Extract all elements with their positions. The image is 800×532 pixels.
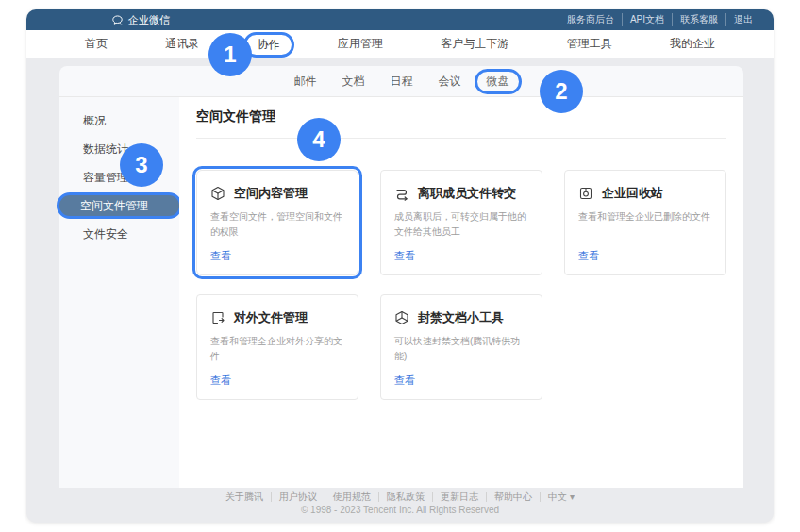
main-nav-item[interactable]: 首页 [85, 36, 108, 52]
card-header: 离职成员文件转交 [394, 185, 528, 202]
card-header: 封禁文档小工具 [394, 309, 528, 326]
sub-nav: 邮件 文档 日程 会议 [59, 66, 743, 97]
sub-nav-item-label: 邮件 [294, 75, 317, 88]
main-content: 空间文件管理 空间内容管理 查看空间文件，管理空间和文件的权限 [179, 97, 743, 488]
main-nav-item[interactable]: 我的企业 [670, 36, 715, 52]
main-nav-item[interactable]: 应用管理 [338, 36, 383, 52]
sub-nav-item[interactable]: 会议 [439, 74, 461, 90]
view-link[interactable]: 查看 [578, 249, 712, 263]
card-title: 封禁文档小工具 [418, 309, 504, 326]
sidebar-item[interactable]: 文件安全 [59, 220, 179, 248]
sub-nav-item-label: 会议 [439, 75, 461, 88]
main-nav-item-label: 首页 [85, 37, 108, 50]
main-nav-item[interactable]: 通讯录 [165, 36, 199, 52]
main-nav-item-label: 我的企业 [670, 37, 715, 50]
wecom-admin-window: 企业微信 服务商后台 API文档 联系客服 退出 首页 [26, 9, 774, 523]
page-title: 空间文件管理 [196, 108, 734, 125]
card-header: 企业回收站 [578, 185, 712, 202]
card-title: 空间内容管理 [234, 185, 308, 202]
sub-nav-item[interactable]: 文档 [342, 74, 365, 90]
card-header: 空间内容管理 [210, 185, 344, 202]
sub-nav-item[interactable]: 邮件 [294, 74, 317, 90]
main-nav-item[interactable]: 协作 [258, 38, 280, 51]
view-link[interactable]: 查看 [210, 249, 344, 263]
footer-link[interactable]: 帮助中心 [486, 492, 540, 502]
view-link[interactable]: 查看 [394, 374, 528, 388]
external-file-icon [210, 310, 225, 325]
view-link[interactable]: 查看 [394, 249, 528, 263]
chat-bubble-icon [111, 14, 124, 26]
annotation-step-3: 3 [120, 143, 163, 187]
logo-text: 企业微信 [128, 13, 170, 27]
top-bar: 企业微信 服务商后台 API文档 联系客服 退出 [26, 9, 774, 30]
main-nav-item-label: 通讯录 [165, 37, 199, 50]
footer-link[interactable]: 更新日志 [432, 492, 486, 502]
annotation-step-1: 1 [208, 33, 252, 76]
footer-links: 关于腾讯 用户协议 使用规范 隐私政策 更新日志 帮助中心 中文 ▾ [218, 492, 582, 502]
card-description: 成员离职后，可转交归属于他的文件给其他员工 [394, 209, 528, 239]
card-description: 查看和管理全企业已删除的文件 [578, 209, 712, 224]
sidebar-item[interactable]: 概况 [59, 107, 179, 135]
view-link[interactable]: 查看 [210, 374, 344, 388]
top-bar-link[interactable]: 服务商后台 [559, 13, 622, 26]
card-title: 对外文件管理 [234, 309, 308, 326]
main-nav-item-label: 客户与上下游 [441, 37, 508, 50]
ban-doc-icon [394, 310, 409, 325]
card-title: 企业回收站 [602, 185, 663, 202]
top-bar-links: 服务商后台 API文档 联系客服 退出 [559, 13, 760, 26]
card-header: 对外文件管理 [210, 309, 344, 326]
language-selector[interactable]: 中文 ▾ [540, 492, 582, 502]
main-nav-item[interactable]: 管理工具 [567, 36, 612, 52]
language-label: 中文 [548, 491, 567, 502]
main-nav: 首页 通讯录 协作 应用管理 客户与上下游 管理工 [26, 30, 774, 58]
card-title: 离职成员文件转交 [418, 185, 516, 202]
footer-link[interactable]: 使用规范 [325, 492, 378, 502]
footer-link[interactable]: 关于腾讯 [218, 492, 271, 502]
annotation-step-4: 4 [297, 118, 341, 161]
panel-body: 概况 数据统计 容量管理 空间文件管理 文件安全 空间文件管理 [59, 97, 743, 488]
top-bar-link[interactable]: API文档 [622, 13, 672, 26]
footer-link[interactable]: 用户协议 [271, 492, 325, 502]
sub-nav-item[interactable]: 微盘 [487, 74, 509, 90]
collaboration-panel: 邮件 文档 日程 会议 [59, 66, 743, 488]
app-body: 邮件 文档 日程 会议 [26, 58, 774, 523]
sub-nav-item-label: 日程 [391, 75, 413, 88]
title-divider [196, 138, 726, 139]
feature-card[interactable]: 空间内容管理 查看空间文件，管理空间和文件的权限 查看 [196, 170, 358, 275]
top-bar-link[interactable]: 退出 [725, 13, 760, 26]
copyright: © 1998 - 2023 Tencent Inc. All Rights Re… [301, 505, 499, 515]
feature-cards: 空间内容管理 查看空间文件，管理空间和文件的权限 查看 [196, 170, 726, 400]
feature-card[interactable]: 对外文件管理 查看和管理全企业对外分享的文件 查看 [196, 294, 358, 400]
transfer-icon [394, 186, 409, 201]
sidebar-item[interactable]: 空间文件管理 [57, 192, 182, 219]
main-nav-item[interactable]: 客户与上下游 [441, 36, 508, 52]
footer: 关于腾讯 用户协议 使用规范 隐私政策 更新日志 帮助中心 中文 ▾ [26, 488, 774, 523]
caret-down-icon: ▾ [570, 491, 575, 502]
footer-link[interactable]: 隐私政策 [378, 492, 432, 502]
sub-nav-item-label: 文档 [342, 75, 365, 88]
cube-icon [210, 186, 225, 201]
feature-card[interactable]: 离职成员文件转交 成员离职后，可转交归属于他的文件给其他员工 查看 [380, 170, 542, 275]
card-description: 查看空间文件，管理空间和文件的权限 [210, 209, 344, 239]
annotation-step-2: 2 [540, 70, 583, 113]
sub-nav-item[interactable]: 日程 [391, 74, 413, 90]
screenshot-page: 企业微信 服务商后台 API文档 联系客服 退出 首页 [0, 0, 800, 532]
recycle-bin-icon [578, 186, 593, 201]
sub-nav-item-label: 微盘 [475, 69, 522, 94]
wecom-logo[interactable]: 企业微信 [111, 13, 170, 27]
feature-card[interactable]: 企业回收站 查看和管理全企业已删除的文件 查看 [564, 170, 726, 275]
main-nav-item-label: 管理工具 [567, 37, 612, 50]
card-description: 查看和管理全企业对外分享的文件 [210, 334, 344, 363]
card-description: 可以快速封禁文档(腾讯特供功能) [394, 334, 528, 363]
feature-card[interactable]: 封禁文档小工具 可以快速封禁文档(腾讯特供功能) 查看 [380, 294, 542, 400]
main-nav-item-label: 应用管理 [338, 37, 383, 50]
top-bar-link[interactable]: 联系客服 [672, 13, 725, 26]
